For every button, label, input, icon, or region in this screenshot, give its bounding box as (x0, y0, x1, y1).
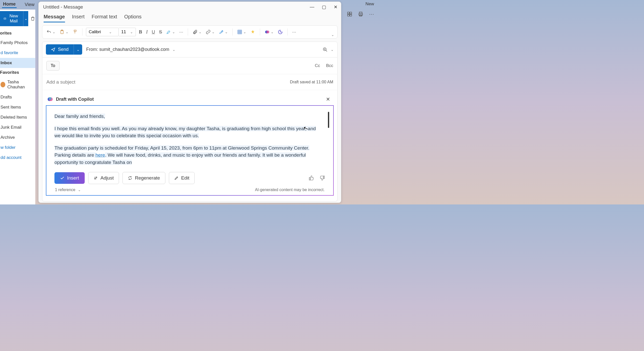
copilot-close-icon[interactable]: ✕ (326, 96, 330, 102)
italic-icon[interactable]: I (145, 28, 149, 36)
bcc-button[interactable]: Bcc (326, 63, 333, 68)
reference-label: 1 reference (55, 188, 75, 192)
font-name-select[interactable]: Calibri (86, 28, 119, 36)
tab-options[interactable]: Options (124, 14, 142, 22)
thumbs-up-icon[interactable] (309, 175, 314, 181)
chevron-down-icon[interactable] (330, 47, 334, 52)
collapse-ribbon-icon[interactable]: ⌄ (331, 33, 334, 37)
chevron-down-icon (108, 29, 112, 34)
from-selector[interactable]: From: sumit_chauhan2023@outlook.com (86, 47, 175, 52)
cc-button[interactable]: Cc (315, 63, 320, 68)
svg-rect-1 (350, 12, 352, 14)
window-title: Untitled - Message (43, 4, 83, 10)
insert-button[interactable]: Insert (54, 172, 85, 184)
insert-label: Insert (67, 175, 79, 181)
subject-input[interactable] (46, 79, 290, 85)
zoom-icon[interactable] (323, 47, 328, 52)
highlight-icon[interactable] (165, 28, 176, 36)
tab-message[interactable]: Message (44, 14, 65, 22)
print-icon[interactable] (358, 11, 363, 17)
copilot-title: Draft with Copilot (56, 97, 94, 102)
svg-point-16 (49, 97, 52, 100)
delete-icon[interactable] (30, 11, 35, 26)
copilot-panel: Draft with Copilot ✕ ↖ Dear family and f… (46, 95, 334, 196)
tab-view[interactable]: View (24, 2, 36, 8)
send-row: Send From: sumit_chauhan2023@outlook.com (42, 42, 338, 57)
signature-icon[interactable] (218, 28, 229, 36)
tab-format-text[interactable]: Format text (92, 14, 117, 22)
regenerate-label: Regenerate (135, 175, 160, 181)
minimize-icon[interactable]: — (310, 4, 314, 10)
sidebar-item-drafts[interactable]: Drafts (0, 92, 35, 102)
message-body[interactable]: Draft with Copilot ✕ ↖ Dear family and f… (42, 90, 338, 201)
format-painter-icon[interactable] (72, 28, 79, 36)
font-name-value: Calibri (89, 29, 101, 34)
attach-icon[interactable] (192, 28, 203, 36)
close-icon[interactable]: ✕ (334, 4, 338, 10)
chevron-down-icon (130, 29, 133, 34)
svg-rect-0 (348, 12, 349, 14)
sidebar-item-sent[interactable]: Sent Items (0, 102, 35, 112)
regenerate-button[interactable]: Regenerate (122, 172, 165, 184)
svg-rect-3 (350, 14, 352, 16)
parking-link[interactable]: here (96, 152, 105, 158)
app-top-tabs: Home View (0, 0, 38, 9)
link-icon[interactable] (205, 28, 216, 36)
new-mail-chevron[interactable] (23, 11, 28, 26)
avatar-icon (1, 82, 5, 87)
send-button[interactable]: Send (46, 44, 74, 55)
chevron-down-icon (172, 47, 175, 52)
paste-icon[interactable] (58, 28, 70, 36)
sidebar-item-tasha[interactable]: Tasha Chauhan (0, 77, 35, 92)
maximize-icon[interactable]: ▢ (322, 4, 326, 10)
copilot-footer: 1 reference AI-generated content may be … (54, 184, 325, 192)
split-view-icon[interactable] (347, 11, 352, 17)
font-size-value: 11 (121, 29, 126, 34)
subject-row: Draft saved at 11:00 AM (42, 74, 338, 90)
thumbs-down-icon[interactable] (320, 175, 325, 181)
new-button-top[interactable]: New (365, 2, 374, 7)
send-label: Send (58, 47, 69, 52)
copilot-actions: Insert Adjust Regenerate Edit (54, 172, 325, 184)
font-size-select[interactable]: 11 (119, 28, 136, 36)
send-chevron[interactable] (74, 44, 82, 55)
tab-home[interactable]: Home (2, 1, 17, 8)
copilot-ribbon-icon[interactable] (264, 28, 275, 36)
to-button[interactable]: To (46, 61, 59, 71)
sidebar-item-family-photos[interactable]: Family Photos (0, 38, 35, 48)
undo-icon[interactable] (45, 28, 56, 36)
more-icon[interactable]: ⋯ (369, 11, 374, 17)
compose-tabs: Message Insert Format text Options (39, 11, 341, 22)
more-ribbon-icon[interactable]: ⋯ (291, 29, 297, 36)
svg-rect-10 (238, 30, 241, 34)
sidebar-add-account[interactable]: dd account (0, 153, 35, 163)
copilot-draft-box: ↖ Dear family and friends, I hope this e… (46, 105, 334, 196)
svg-point-12 (266, 30, 269, 33)
scrollbar[interactable] (328, 112, 329, 128)
strikethrough-icon[interactable]: S (158, 28, 163, 36)
sidebar-item-inbox[interactable]: Inbox (0, 58, 35, 68)
sidebar-item-archive[interactable]: Archive (0, 132, 35, 143)
new-mail-button[interactable]: New Mail (0, 11, 23, 26)
copilot-generated-text[interactable]: Dear family and friends, I hope this ema… (54, 113, 319, 166)
more-formatting-icon[interactable]: ⋯ (178, 29, 184, 36)
adjust-button[interactable]: Adjust (88, 172, 119, 184)
sidebar-new-folder[interactable]: w folder (0, 143, 35, 153)
sidebar-favorites-section: Favorites (0, 68, 35, 77)
dictate-icon[interactable] (249, 28, 256, 36)
underline-icon[interactable]: U (151, 28, 156, 36)
sidebar-item-junk[interactable]: Junk Email (0, 122, 35, 132)
svg-rect-6 (359, 15, 362, 16)
bold-icon[interactable]: B (138, 28, 143, 36)
sidebar-add-favorite[interactable]: d favorite (0, 48, 35, 58)
table-icon[interactable] (236, 28, 247, 36)
tab-insert[interactable]: Insert (72, 14, 85, 22)
copilot-paragraph: I hope this email finds you well. As you… (54, 126, 316, 138)
from-label-text: From: sumit_chauhan2023@outlook.com (86, 47, 169, 52)
sidebar-item-deleted[interactable]: Deleted Items (0, 112, 35, 122)
edit-button[interactable]: Edit (169, 172, 195, 184)
compose-window: Untitled - Message — ▢ ✕ Message Insert … (38, 2, 341, 203)
sidebar-favorites-header: orites (0, 29, 35, 38)
reference-toggle[interactable]: 1 reference (55, 188, 81, 192)
loop-icon[interactable] (277, 28, 284, 36)
